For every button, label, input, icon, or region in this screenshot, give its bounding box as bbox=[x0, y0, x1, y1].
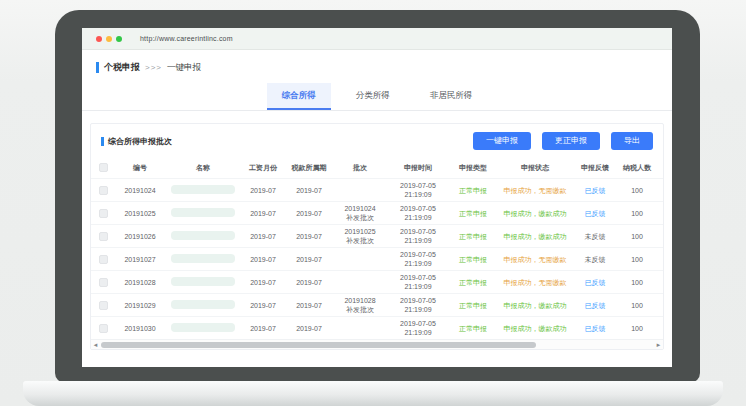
maximize-window-icon[interactable] bbox=[116, 36, 122, 42]
laptop-frame: http://www.careerintlinc.com 个税申报 >>> 一键… bbox=[55, 10, 700, 383]
row-select-cell bbox=[91, 183, 115, 197]
batch-info bbox=[333, 188, 387, 192]
name-placeholder bbox=[171, 208, 235, 217]
tax-period: 2019-07 bbox=[285, 184, 333, 197]
name-placeholder bbox=[171, 185, 235, 194]
tab-classified-income[interactable]: 分类所得 bbox=[341, 83, 405, 110]
clipped-column-value: 11 bbox=[657, 253, 663, 266]
column-header: 申报类型 bbox=[449, 161, 497, 174]
batch-id: 20191027 bbox=[115, 253, 165, 266]
scrollbar-thumb[interactable] bbox=[101, 342, 536, 348]
salary-month: 2019-07 bbox=[241, 184, 285, 197]
row-select-cell bbox=[91, 321, 115, 335]
taxpayer-count: 100 bbox=[617, 299, 657, 312]
batch-info bbox=[333, 280, 387, 284]
page-title: 个税申报 bbox=[104, 61, 140, 74]
scroll-right-icon[interactable]: ► bbox=[654, 340, 663, 350]
clipped-column-value: 11 bbox=[657, 230, 663, 243]
tax-period: 2019-07 bbox=[285, 322, 333, 335]
header-select-cell bbox=[91, 161, 115, 175]
section-marker bbox=[101, 137, 104, 146]
url-text: http://www.careerintlinc.com bbox=[140, 35, 233, 42]
row-checkbox[interactable] bbox=[99, 278, 108, 287]
clipped-column-value: 11 bbox=[657, 276, 663, 289]
name-placeholder bbox=[171, 323, 235, 332]
name-cell bbox=[165, 298, 241, 313]
name-cell bbox=[165, 275, 241, 290]
tab-comprehensive-income[interactable]: 综合所得 bbox=[267, 83, 331, 110]
batch-id: 20191026 bbox=[115, 230, 165, 243]
correction-file-button[interactable]: 更正申报 bbox=[542, 132, 600, 150]
salary-month: 2019-07 bbox=[241, 276, 285, 289]
table-row[interactable]: 201910252019-072019-0720191024补发批次2019-0… bbox=[91, 201, 663, 224]
name-placeholder bbox=[171, 277, 235, 286]
filing-type: 正常申报 bbox=[449, 322, 497, 335]
table-row[interactable]: 201910242019-072019-072019-07-0521:19:09… bbox=[91, 178, 663, 201]
filing-type: 正常申报 bbox=[449, 253, 497, 266]
tax-period: 2019-07 bbox=[285, 207, 333, 220]
salary-month: 2019-07 bbox=[241, 230, 285, 243]
table-row[interactable]: 201910282019-072019-072019-07-0521:19:09… bbox=[91, 270, 663, 293]
row-checkbox[interactable] bbox=[99, 209, 108, 218]
filing-time: 2019-07-0521:19:09 bbox=[387, 202, 449, 224]
name-placeholder bbox=[171, 254, 235, 263]
row-checkbox[interactable] bbox=[99, 301, 108, 310]
browser-address-bar[interactable]: http://www.careerintlinc.com bbox=[82, 28, 672, 50]
taxpayer-count: 100 bbox=[617, 253, 657, 266]
batch-id: 20191030 bbox=[115, 322, 165, 335]
table-row[interactable]: 201910272019-072019-072019-07-0521:19:09… bbox=[91, 247, 663, 270]
column-header: 名称 bbox=[165, 161, 241, 174]
column-header: 申报时间 bbox=[387, 161, 449, 174]
filing-status: 申报成功，无需缴款 bbox=[497, 276, 573, 289]
one-click-file-button[interactable]: 一键申报 bbox=[473, 132, 531, 150]
filing-status: 申报成功，缴款成功 bbox=[497, 322, 573, 335]
tax-period: 2019-07 bbox=[285, 299, 333, 312]
batch-id: 20191029 bbox=[115, 299, 165, 312]
row-checkbox[interactable] bbox=[99, 232, 108, 241]
tab-nonresident-income[interactable]: 非居民所得 bbox=[415, 83, 488, 110]
filing-type: 正常申报 bbox=[449, 299, 497, 312]
filing-time: 2019-07-0521:19:09 bbox=[387, 271, 449, 293]
horizontal-scrollbar[interactable]: ◄ ► bbox=[91, 339, 663, 349]
filing-status: 申报成功，缴款成功 bbox=[497, 299, 573, 312]
batch-id: 20191024 bbox=[115, 184, 165, 197]
row-select-cell bbox=[91, 252, 115, 266]
tax-period: 2019-07 bbox=[285, 230, 333, 243]
panel-header: 综合所得申报批次 一键申报 更正申报 导出 bbox=[91, 124, 663, 157]
filing-type: 正常申报 bbox=[449, 184, 497, 197]
table-row[interactable]: 201910292019-072019-0720191028补发批次2019-0… bbox=[91, 293, 663, 316]
select-all-checkbox[interactable] bbox=[99, 163, 108, 172]
row-checkbox[interactable] bbox=[99, 255, 108, 264]
row-select-cell bbox=[91, 298, 115, 312]
close-window-icon[interactable] bbox=[96, 36, 102, 42]
scroll-left-icon[interactable]: ◄ bbox=[91, 340, 100, 350]
row-select-cell bbox=[91, 275, 115, 289]
name-cell bbox=[165, 183, 241, 198]
filing-status: 申报成功，缴款成功 bbox=[497, 230, 573, 243]
column-header: 申报反馈 bbox=[573, 161, 617, 174]
filing-feedback: 未反馈 bbox=[573, 230, 617, 243]
batch-info: 20191028补发批次 bbox=[333, 294, 387, 316]
filing-time: 2019-07-0521:19:09 bbox=[387, 294, 449, 316]
minimize-window-icon[interactable] bbox=[106, 36, 112, 42]
row-select-cell bbox=[91, 229, 115, 243]
clipped-column-value: 11 bbox=[657, 299, 663, 312]
mockup-background: http://www.careerintlinc.com 个税申报 >>> 一键… bbox=[0, 0, 746, 406]
filing-type: 正常申报 bbox=[449, 276, 497, 289]
taxpayer-count: 100 bbox=[617, 322, 657, 335]
row-checkbox[interactable] bbox=[99, 324, 108, 333]
name-cell bbox=[165, 321, 241, 336]
name-cell bbox=[165, 229, 241, 244]
export-button[interactable]: 导出 bbox=[611, 132, 653, 150]
breadcrumb-current: 一键申报 bbox=[167, 62, 201, 74]
batch-id: 20191025 bbox=[115, 207, 165, 220]
filing-feedback: 未反馈 bbox=[573, 253, 617, 266]
table-row[interactable]: 201910302019-072019-072019-07-0521:19:09… bbox=[91, 316, 663, 339]
filing-feedback: 已反馈 bbox=[573, 276, 617, 289]
table-row[interactable]: 201910262019-072019-0720191025补发批次2019-0… bbox=[91, 224, 663, 247]
name-cell bbox=[165, 206, 241, 221]
column-header bbox=[657, 166, 663, 170]
column-header: 工资月份 bbox=[241, 161, 285, 174]
filing-type: 正常申报 bbox=[449, 230, 497, 243]
row-checkbox[interactable] bbox=[99, 186, 108, 195]
